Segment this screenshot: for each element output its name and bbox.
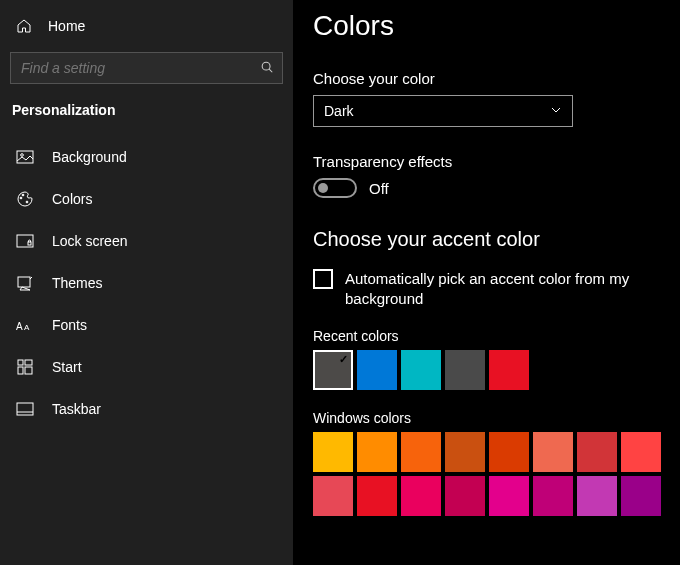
home-icon [16, 18, 32, 34]
auto-pick-checkbox[interactable] [313, 269, 333, 289]
windows-color-swatch[interactable] [401, 432, 441, 472]
taskbar-icon [16, 400, 34, 418]
svg-rect-12 [18, 360, 23, 365]
transparency-toggle[interactable] [313, 178, 357, 198]
auto-pick-label: Automatically pick an accent color from … [345, 269, 635, 310]
windows-color-swatch[interactable] [445, 476, 485, 516]
sidebar-item-lockscreen[interactable]: Lock screen [10, 220, 283, 262]
windows-color-swatch[interactable] [445, 432, 485, 472]
windows-color-swatch[interactable] [621, 432, 661, 472]
transparency-label: Transparency effects [313, 153, 680, 170]
choose-color-label: Choose your color [313, 70, 680, 87]
sidebar-item-taskbar[interactable]: Taskbar [10, 388, 283, 430]
section-title: Personalization [10, 98, 283, 136]
auto-pick-row: Automatically pick an accent color from … [313, 269, 680, 310]
windows-color-swatch[interactable] [313, 432, 353, 472]
chevron-down-icon [550, 103, 562, 119]
transparency-toggle-row: Off [313, 178, 680, 198]
sidebar: Home Personalization Background Colors L… [0, 0, 293, 565]
sidebar-item-themes[interactable]: Themes [10, 262, 283, 304]
windows-color-swatch[interactable] [577, 432, 617, 472]
windows-color-swatch[interactable] [577, 476, 617, 516]
svg-rect-8 [28, 242, 31, 245]
windows-color-swatch[interactable] [621, 476, 661, 516]
recent-color-swatch[interactable] [357, 350, 397, 390]
windows-color-swatch[interactable] [489, 432, 529, 472]
page-title: Colors [313, 10, 680, 42]
windows-color-swatch[interactable] [489, 476, 529, 516]
svg-rect-9 [18, 277, 30, 287]
home-nav[interactable]: Home [10, 10, 283, 42]
recent-colors-label: Recent colors [313, 328, 680, 344]
sidebar-item-label: Start [52, 359, 82, 375]
windows-colors-label: Windows colors [313, 410, 680, 426]
svg-line-1 [269, 69, 272, 72]
svg-rect-13 [25, 360, 32, 365]
svg-point-3 [21, 154, 24, 157]
recent-color-swatch[interactable] [489, 350, 529, 390]
svg-rect-14 [18, 367, 23, 374]
start-icon [16, 358, 34, 376]
themes-icon [16, 274, 34, 292]
windows-color-swatch[interactable] [533, 432, 573, 472]
color-mode-dropdown[interactable]: Dark [313, 95, 573, 127]
svg-point-0 [262, 62, 270, 70]
search-box[interactable] [10, 52, 283, 84]
recent-color-swatch[interactable] [445, 350, 485, 390]
svg-rect-16 [17, 403, 33, 415]
sidebar-item-background[interactable]: Background [10, 136, 283, 178]
windows-color-swatch[interactable] [313, 476, 353, 516]
dropdown-value: Dark [324, 103, 354, 119]
windows-color-swatch[interactable] [357, 476, 397, 516]
home-label: Home [48, 18, 85, 34]
sidebar-item-fonts[interactable]: AA Fonts [10, 304, 283, 346]
picture-icon [16, 148, 34, 166]
svg-text:A: A [24, 323, 30, 332]
nav-list: Background Colors Lock screen Themes AA … [10, 136, 283, 430]
windows-color-swatch[interactable] [401, 476, 441, 516]
sidebar-item-label: Fonts [52, 317, 87, 333]
windows-color-row [313, 476, 680, 516]
palette-icon [16, 190, 34, 208]
svg-point-4 [20, 197, 22, 199]
sidebar-item-start[interactable]: Start [10, 346, 283, 388]
windows-color-swatch[interactable] [533, 476, 573, 516]
svg-point-5 [22, 194, 24, 196]
recent-color-swatch[interactable] [401, 350, 441, 390]
svg-text:A: A [16, 321, 23, 332]
search-icon [260, 60, 274, 77]
main-content: Colors Choose your color Dark Transparen… [293, 0, 680, 565]
windows-color-row [313, 432, 680, 472]
transparency-value: Off [369, 180, 389, 197]
sidebar-item-label: Background [52, 149, 127, 165]
sidebar-item-label: Colors [52, 191, 92, 207]
windows-color-swatch[interactable] [357, 432, 397, 472]
accent-heading: Choose your accent color [313, 228, 680, 251]
sidebar-item-label: Taskbar [52, 401, 101, 417]
recent-color-swatch[interactable] [313, 350, 353, 390]
windows-colors-grid [313, 432, 680, 516]
fonts-icon: AA [16, 316, 34, 334]
sidebar-item-colors[interactable]: Colors [10, 178, 283, 220]
lock-screen-icon [16, 232, 34, 250]
search-input[interactable] [21, 60, 260, 76]
svg-rect-15 [25, 367, 32, 374]
recent-colors-row [313, 350, 680, 390]
sidebar-item-label: Themes [52, 275, 103, 291]
svg-point-6 [26, 201, 28, 203]
sidebar-item-label: Lock screen [52, 233, 127, 249]
